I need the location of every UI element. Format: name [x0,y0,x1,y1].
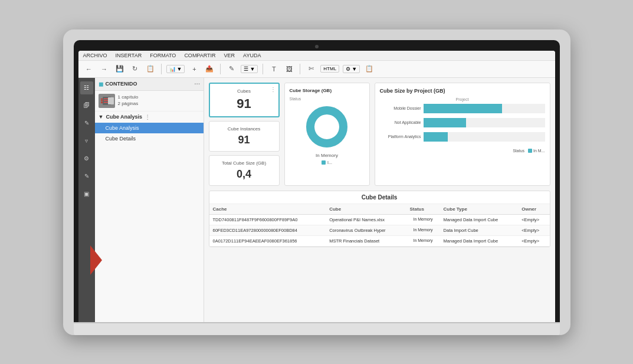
sidebar-nav-cube-analysis[interactable]: Cube Analysis [95,123,204,133]
content-sidebar: ◼ CONTENIDO ⋯ [95,78,204,322]
sidebar-header-icons: ⋯ [194,81,200,87]
add-button[interactable]: + [188,63,200,75]
cell-type-2: Managed Data Import Cube [440,235,519,246]
bar-label-2: Platform Analytics [380,135,421,139]
section-menu-icon[interactable]: ⋮ [145,114,150,120]
kpi-value-size: 0,4 [214,168,274,181]
refresh-button[interactable]: ↻ [129,63,141,75]
bar-fill-0 [424,104,503,113]
donut-svg [303,103,350,150]
top-row: ⋮ Cubes 91 Cube Instances 91 [209,83,550,186]
legend-label: In M... [533,149,545,153]
sidebar-nav-cube-details[interactable]: Cube Details [95,133,204,144]
cell-cube-0: Operational P&I Names.xlsx [326,214,406,225]
bar-legend: Status In M... [380,149,545,153]
sidebar-doc-text: 1 capítulo 2 páginas [118,94,139,107]
legend-item: Status [513,149,524,153]
screen-bezel: ARCHIVO INSERTAR FORMATO COMPARTIR VER A… [74,40,560,322]
menu-formato[interactable]: FORMATO [150,53,176,58]
html-group[interactable]: HTML [320,65,339,73]
chevron-down-icon: ▼ [99,114,104,120]
sidebar-section-header[interactable]: ▼ Cube Analysis ⋮ [95,112,204,123]
dashboard-area: ⋮ Cubes 91 Cube Instances 91 [204,78,555,322]
copy-button[interactable]: 📋 [363,63,375,75]
red-triangle-accent [90,245,102,275]
scissors-button[interactable]: ✄ [305,63,317,75]
undo-button[interactable]: ← [83,63,95,75]
sidebar-title: ◼ CONTENIDO [99,81,137,87]
cube-details-table: Cache Cube Status Cube Type Owner [209,204,550,247]
settings-group[interactable]: ⚙▼ [343,65,360,73]
kpi-card-instances: Cube Instances 91 [209,121,280,152]
content-main: ⋮ Cubes 91 Cube Instances 91 [204,78,555,322]
screen: ARCHIVO INSERTAR FORMATO COMPARTIR VER A… [78,51,555,322]
kpi-menu-icon[interactable]: ⋮ [270,86,276,93]
bar-fill-1 [424,118,466,127]
table-row: TDD7400811F8487F9F6600800FF89F9A0 Operat… [209,214,550,225]
bar-row-1: Not Applicable [380,118,545,127]
col-owner: Owner [518,204,549,215]
col-cube: Cube [326,204,406,215]
bar-container-2 [424,132,545,142]
redo-button[interactable]: → [99,63,110,75]
donut-chart-card: Cube Storage (GB) Status In Memory [284,83,370,186]
bar-label-1: Not Applicable [380,120,421,124]
sidebar-icon-db[interactable]: 🗐 [80,99,93,112]
table-row: 60FED3CD11EA972800000080EF00BD84 Coronav… [209,225,550,235]
view-group[interactable]: ☰▼ [241,65,258,73]
camera [315,45,319,48]
bar-row-2: Platform Analytics [380,132,545,142]
sidebar-section: ▼ Cube Analysis ⋮ Cube Analysis Cube Det… [95,112,204,144]
separator-4 [300,64,300,74]
status-item: I... [322,160,332,165]
main-area: ☷ 🗐 ✎ ▿ ⚙ ✎ ▣ ◼ CONTENIDO [78,78,555,322]
table-title: Cube Details [209,191,550,204]
toolbar: ← → 💾 ↻ 📋 📊▼ + 📤 ✎ ☰▼ T 🖼 [78,61,555,78]
chart-button[interactable]: ✎ [225,63,237,75]
insert-group[interactable]: 📊▼ [166,65,185,73]
sidebar-icon-pencil[interactable]: ✎ [80,117,93,130]
svg-point-1 [310,110,343,143]
menu-compartir[interactable]: COMPARTIR [184,53,215,58]
sidebar-icon-filter[interactable]: ▿ [80,135,93,147]
image-button[interactable]: 🖼 [283,63,295,75]
legend-dot [528,149,532,153]
sidebar-doc-icon [99,94,115,108]
status-axis-label: Status [290,97,301,101]
kpi-value-cubes: 91 [215,96,274,112]
export-button[interactable]: 📤 [204,63,215,75]
col-status: Status [406,204,440,215]
kpi-card-cubes: ⋮ Cubes 91 [209,83,280,117]
sidebar-doc-item[interactable]: 1 capítulo 2 páginas [95,91,204,112]
bar-container-0 [424,104,545,113]
sidebar-menu-icon[interactable]: ⋯ [194,81,200,87]
sidebar-icon-chart[interactable]: ✎ [80,170,93,183]
menu-ayuda[interactable]: AYUDA [243,53,261,58]
cell-owner-1: <Empty> [518,225,549,235]
menu-ver[interactable]: VER [224,53,235,58]
cell-cube-1: Coronavirus Outbreak Hyper [326,225,406,235]
cell-owner-0: <Empty> [518,214,549,225]
save-button[interactable]: 💾 [114,63,126,75]
table-header-row: Cache Cube Status Cube Type Owner [209,204,550,215]
kpi-value-instances: 91 [214,134,274,146]
sidebar-icon-grid[interactable]: ☷ [80,81,93,94]
cell-cache-2: 0A0172D111EP94EAEEAF0080EF361856 [209,235,326,246]
menu-insertar[interactable]: INSERTAR [116,53,142,58]
cell-status-1: In Memory [406,225,440,235]
kpi-label-size: Total Cube Size (GB) [214,160,274,166]
text-button[interactable]: T [268,63,280,75]
clipboard-button[interactable]: 📋 [145,63,156,75]
icon-sidebar: ☷ 🗐 ✎ ▿ ⚙ ✎ ▣ [78,78,95,322]
separator-1 [161,64,162,74]
sidebar-icon-gear[interactable]: ⚙ [80,152,93,165]
sidebar-header: ◼ CONTENIDO ⋯ [95,78,204,91]
sidebar-icon-layers[interactable]: ▣ [80,188,93,201]
status-dot [322,160,326,165]
menu-archivo[interactable]: ARCHIVO [83,53,107,58]
col-cube-type: Cube Type [440,204,519,215]
separator-3 [263,64,263,74]
status-legend: I... [322,160,332,165]
cell-status-2: In Memory [406,235,440,246]
sidebar-icon: ◼ [99,81,103,87]
